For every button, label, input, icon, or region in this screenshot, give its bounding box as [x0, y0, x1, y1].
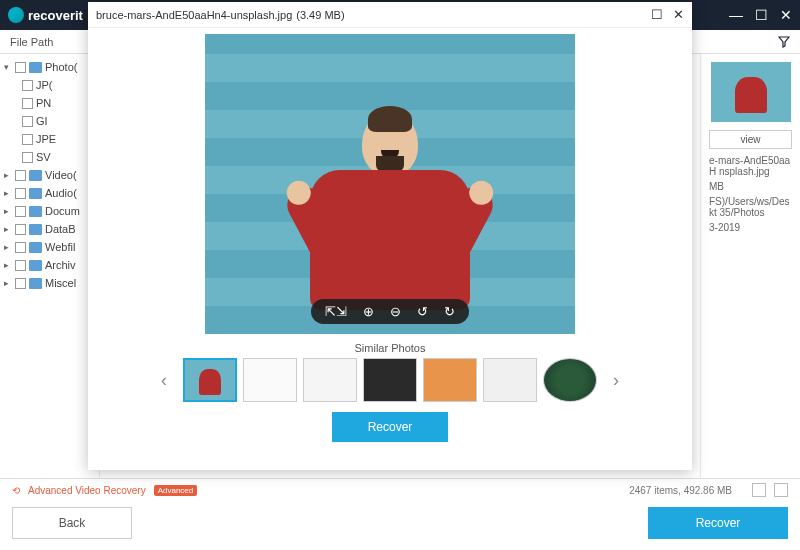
- tree-item-audio[interactable]: ▸Audio(: [0, 184, 99, 202]
- chevron-right-icon[interactable]: ▸: [4, 260, 12, 270]
- tree-item-document[interactable]: ▸Docum: [0, 202, 99, 220]
- checkbox[interactable]: [15, 260, 26, 271]
- fit-icon[interactable]: ⇱⇲: [325, 304, 347, 319]
- item-count: 2467 items, 492.86 MB: [629, 485, 732, 496]
- similar-thumb[interactable]: [183, 358, 237, 402]
- tree-item-jpeg[interactable]: JPE: [0, 130, 99, 148]
- folder-icon: [29, 224, 42, 235]
- recover-button[interactable]: Recover: [648, 507, 788, 539]
- similar-thumb[interactable]: [543, 358, 597, 402]
- modal-filename: bruce-mars-AndE50aaHn4-unsplash.jpg: [96, 9, 292, 21]
- chevron-right-icon[interactable]: ▸: [4, 170, 12, 180]
- rotate-left-icon[interactable]: ↺: [417, 304, 428, 319]
- chevron-right-icon[interactable]: ▸: [4, 278, 12, 288]
- restore-icon: ⟲: [12, 485, 20, 496]
- checkbox[interactable]: [22, 134, 33, 145]
- modal-maximize-button[interactable]: ☐: [651, 7, 663, 22]
- detail-path: FS)/Users/ws/Deskt 35/Photos: [709, 196, 792, 218]
- similar-thumb[interactable]: [243, 358, 297, 402]
- modal-filesize: (3.49 MB): [296, 9, 344, 21]
- tree-item-webfile[interactable]: ▸Webfil: [0, 238, 99, 256]
- chevron-right-icon[interactable]: ▸: [4, 188, 12, 198]
- modal-header: bruce-mars-AndE50aaHn4-unsplash.jpg (3.4…: [88, 2, 692, 28]
- detail-filename: e-mars-AndE50aaH nsplash.jpg: [709, 155, 792, 177]
- checkbox[interactable]: [22, 98, 33, 109]
- folder-icon: [29, 278, 42, 289]
- checkbox[interactable]: [22, 116, 33, 127]
- filter-icon[interactable]: [778, 36, 790, 48]
- checkbox[interactable]: [15, 188, 26, 199]
- advanced-recovery-link[interactable]: Advanced Video Recovery: [28, 485, 146, 496]
- similar-thumb[interactable]: [303, 358, 357, 402]
- footer: ⟲ Advanced Video Recovery Advanced 2467 …: [0, 478, 800, 550]
- zoom-in-icon[interactable]: ⊕: [363, 304, 374, 319]
- checkbox[interactable]: [15, 206, 26, 217]
- rotate-right-icon[interactable]: ↻: [444, 304, 455, 319]
- close-button[interactable]: ✕: [780, 7, 792, 23]
- tree-item-png[interactable]: PN: [0, 94, 99, 112]
- detail-thumbnail: [711, 62, 791, 122]
- similar-thumb[interactable]: [483, 358, 537, 402]
- checkbox[interactable]: [15, 170, 26, 181]
- prev-arrow[interactable]: ‹: [155, 370, 173, 391]
- modal-recover-button[interactable]: Recover: [332, 412, 449, 442]
- preview-modal: bruce-mars-AndE50aaHn4-unsplash.jpg (3.4…: [88, 2, 692, 470]
- maximize-button[interactable]: ☐: [755, 7, 768, 23]
- tree-item-gif[interactable]: GI: [0, 112, 99, 130]
- minimize-button[interactable]: —: [729, 7, 743, 23]
- detail-date: 3-2019: [709, 222, 792, 233]
- zoom-out-icon[interactable]: ⊖: [390, 304, 401, 319]
- checkbox[interactable]: [15, 242, 26, 253]
- checkbox[interactable]: [15, 62, 26, 73]
- list-view-icon[interactable]: [774, 483, 788, 497]
- window-controls: — ☐ ✕: [729, 7, 792, 23]
- chevron-down-icon[interactable]: ▾: [4, 62, 12, 72]
- folder-icon: [29, 206, 42, 217]
- app-logo: recoverit: [8, 7, 83, 23]
- advanced-badge: Advanced: [154, 485, 198, 496]
- folder-icon: [29, 260, 42, 271]
- tree-item-video[interactable]: ▸Video(: [0, 166, 99, 184]
- tree-item-photo[interactable]: ▾Photo(: [0, 58, 99, 76]
- detail-size: MB: [709, 181, 792, 192]
- details-panel: view e-mars-AndE50aaH nsplash.jpg MB FS)…: [700, 54, 800, 478]
- logo-icon: [8, 7, 24, 23]
- tree-item-svg[interactable]: SV: [0, 148, 99, 166]
- sidebar: ▾Photo( JP( PN GI JPE SV ▸Video( ▸Audio(…: [0, 54, 100, 478]
- checkbox[interactable]: [22, 80, 33, 91]
- folder-icon: [29, 62, 42, 73]
- tree-item-misc[interactable]: ▸Miscel: [0, 274, 99, 292]
- grid-view-icon[interactable]: [752, 483, 766, 497]
- folder-icon: [29, 242, 42, 253]
- image-toolbar: ⇱⇲ ⊕ ⊖ ↺ ↻: [311, 299, 469, 324]
- similar-thumb[interactable]: [363, 358, 417, 402]
- chevron-right-icon[interactable]: ▸: [4, 206, 12, 216]
- back-button[interactable]: Back: [12, 507, 132, 539]
- tree-item-jpg[interactable]: JP(: [0, 76, 99, 94]
- preview-button[interactable]: view: [709, 130, 792, 149]
- preview-image: ⇱⇲ ⊕ ⊖ ↺ ↻: [205, 34, 575, 334]
- folder-icon: [29, 170, 42, 181]
- tree-item-archive[interactable]: ▸Archiv: [0, 256, 99, 274]
- modal-close-button[interactable]: ✕: [673, 7, 684, 22]
- similar-thumb[interactable]: [423, 358, 477, 402]
- similar-photos-label: Similar Photos: [355, 342, 426, 354]
- checkbox[interactable]: [15, 278, 26, 289]
- checkbox[interactable]: [15, 224, 26, 235]
- next-arrow[interactable]: ›: [607, 370, 625, 391]
- filepath-label: File Path: [10, 36, 53, 48]
- chevron-right-icon[interactable]: ▸: [4, 224, 12, 234]
- checkbox[interactable]: [22, 152, 33, 163]
- app-name: recoverit: [28, 8, 83, 23]
- tree-item-database[interactable]: ▸DataB: [0, 220, 99, 238]
- chevron-right-icon[interactable]: ▸: [4, 242, 12, 252]
- folder-icon: [29, 188, 42, 199]
